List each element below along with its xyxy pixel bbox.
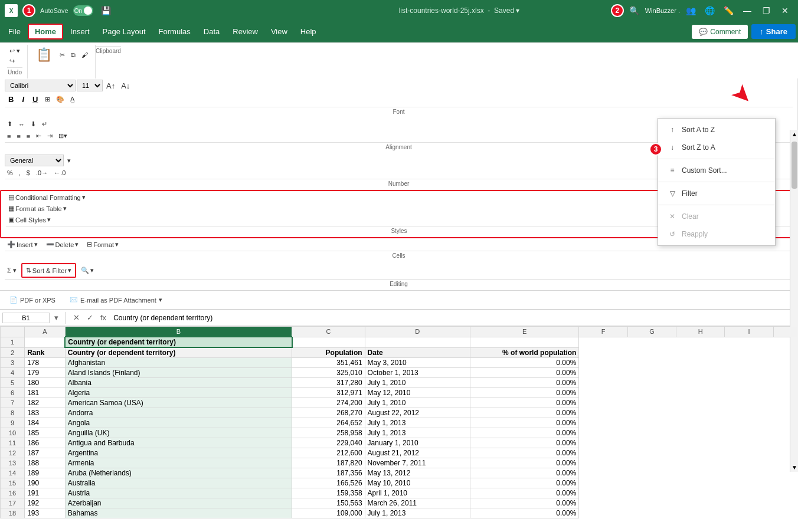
cell[interactable]: 264,652 xyxy=(292,418,365,428)
menu-file[interactable]: File xyxy=(2,25,27,38)
cell[interactable]: 268,270 xyxy=(292,408,365,418)
cell[interactable]: Afghanistan xyxy=(65,358,292,368)
cell[interactable]: Aruba (Netherlands) xyxy=(65,468,292,478)
cell[interactable]: 212,600 xyxy=(292,448,365,458)
insert-button[interactable]: ➕Insert ▾ xyxy=(5,239,40,249)
cell-reference-input[interactable] xyxy=(2,313,50,323)
col-header-c[interactable]: C xyxy=(292,327,365,337)
cell[interactable]: 0.00% xyxy=(470,388,579,398)
cell[interactable]: 0.00% xyxy=(470,398,579,408)
cell[interactable]: 166,526 xyxy=(292,478,365,488)
cell[interactable]: 189 xyxy=(25,468,66,478)
close-button[interactable]: ✕ xyxy=(777,2,793,19)
comments-button[interactable]: 💬 Comment xyxy=(692,25,748,39)
globe-icon[interactable]: 🌐 xyxy=(701,2,718,19)
cell[interactable]: April 1, 2010 xyxy=(365,488,470,498)
cell[interactable]: July 1, 2013 xyxy=(365,428,470,438)
cell[interactable]: Antigua and Barbuda xyxy=(65,438,292,448)
increase-indent-button[interactable]: ⇥ xyxy=(45,131,55,141)
cell[interactable]: American Samoa (USA) xyxy=(65,398,292,408)
cell[interactable]: March 26, 2011 xyxy=(365,498,470,508)
decrease-indent-button[interactable]: ⇤ xyxy=(34,131,44,141)
decrease-font-button[interactable]: A↓ xyxy=(119,80,132,91)
col-header-g[interactable]: G xyxy=(627,327,676,337)
cell[interactable]: 182 xyxy=(25,398,66,408)
underline-button[interactable]: U xyxy=(29,93,41,106)
increase-font-button[interactable]: A↑ xyxy=(104,80,117,91)
bold-button[interactable]: B xyxy=(5,93,17,106)
expand-cell-ref-button[interactable]: ▾ xyxy=(52,312,61,323)
cell[interactable]: January 1, 2010 xyxy=(365,438,470,448)
cell[interactable]: 0.00% xyxy=(470,378,579,388)
cell-styles-button[interactable]: ▣ Cell Styles ▾ xyxy=(6,215,88,225)
vertical-scrollbar[interactable]: ▲ ▼ xyxy=(790,130,798,472)
cell[interactable]: 186 xyxy=(25,438,66,448)
cell[interactable]: 312,971 xyxy=(292,388,365,398)
custom-sort-item[interactable]: ≡ Custom Sort... xyxy=(658,162,775,179)
font-color-button[interactable]: A̲ xyxy=(68,94,77,104)
cell[interactable]: 0.00% xyxy=(470,438,579,448)
cell[interactable]: May 12, 2010 xyxy=(365,388,470,398)
cell[interactable]: 0.00% xyxy=(470,498,579,508)
cell[interactable]: 0.00% xyxy=(470,418,579,428)
merge-cells-button[interactable]: ⊞▾ xyxy=(56,131,70,141)
col-header-f[interactable]: F xyxy=(579,327,627,337)
cell[interactable]: Azerbaijan xyxy=(65,498,292,508)
decimal-increase-button[interactable]: .0→ xyxy=(34,168,50,178)
col-header-b[interactable]: B xyxy=(65,327,292,337)
cell[interactable]: 187,820 xyxy=(292,458,365,468)
col-header-h[interactable]: H xyxy=(676,327,725,337)
italic-button[interactable]: I xyxy=(18,93,28,106)
cell[interactable]: August 21, 2012 xyxy=(365,448,470,458)
cell[interactable]: Anguilla (UK) xyxy=(65,428,292,438)
decimal-decrease-button[interactable]: ←.0 xyxy=(51,168,68,178)
col-header-d[interactable]: D xyxy=(365,327,470,337)
align-bottom-button[interactable]: ⬇ xyxy=(28,119,38,129)
font-family-select[interactable]: Calibri xyxy=(5,80,76,91)
cell[interactable]: Country (or dependent territory) xyxy=(65,337,292,347)
col-header-i[interactable]: I xyxy=(725,327,773,337)
cell[interactable]: Andorra xyxy=(65,408,292,418)
copy-button[interactable]: ⧉ xyxy=(68,50,78,60)
menu-home[interactable]: Home xyxy=(28,24,63,40)
sum-button[interactable]: Σ ▾ xyxy=(5,265,19,275)
cell[interactable]: Albania xyxy=(65,378,292,388)
cell[interactable]: July 1, 2010 xyxy=(365,398,470,408)
autosave-toggle[interactable]: On xyxy=(73,5,93,16)
cell[interactable]: 0.00% xyxy=(470,368,579,378)
sort-z-to-a-item[interactable]: ↓ Sort Z to A xyxy=(658,139,775,156)
text-wrap-button[interactable]: ↵ xyxy=(40,119,50,129)
format-painter-button[interactable]: 🖌 xyxy=(79,50,90,60)
search-icon[interactable]: 🔍 xyxy=(626,2,643,19)
cell[interactable] xyxy=(365,337,470,347)
cell[interactable]: July 1, 2013 xyxy=(365,418,470,428)
cell[interactable]: 193 xyxy=(25,508,66,518)
sort-a-to-z-item[interactable]: ↑ Sort A to Z xyxy=(658,121,775,139)
currency-button[interactable]: $ xyxy=(24,168,32,178)
cell[interactable]: 0.00% xyxy=(470,428,579,438)
cell[interactable]: 274,200 xyxy=(292,398,365,408)
menu-review[interactable]: Review xyxy=(227,25,264,38)
cell[interactable]: 0.00% xyxy=(470,458,579,468)
cell[interactable]: 192 xyxy=(25,498,66,508)
align-top-button[interactable]: ⬆ xyxy=(5,119,15,129)
border-button[interactable]: ⊞ xyxy=(42,94,53,104)
cell[interactable]: 180 xyxy=(25,378,66,388)
menu-data[interactable]: Data xyxy=(198,25,225,38)
cell[interactable]: Angola xyxy=(65,418,292,428)
cell[interactable]: 190 xyxy=(25,478,66,488)
cell[interactable]: August 22, 2012 xyxy=(365,408,470,418)
cell[interactable]: 351,461 xyxy=(292,358,365,368)
cancel-formula-button[interactable]: ✕ xyxy=(71,312,82,323)
cell[interactable]: July 1, 2013 xyxy=(365,508,470,518)
cell[interactable]: 0.00% xyxy=(470,358,579,368)
cell[interactable]: Aland Islands (Finland) xyxy=(65,368,292,378)
cell[interactable]: 150,563 xyxy=(292,498,365,508)
pdf-xps-button[interactable]: 📄 PDF or XPS xyxy=(5,295,60,305)
cell[interactable]: October 1, 2013 xyxy=(365,368,470,378)
col-header-e[interactable]: E xyxy=(470,327,579,337)
cell[interactable]: Date xyxy=(365,347,470,358)
cell[interactable]: Bahamas xyxy=(65,508,292,518)
undo-button[interactable]: ↩ ▾ xyxy=(7,46,22,56)
cell[interactable]: 109,000 xyxy=(292,508,365,518)
